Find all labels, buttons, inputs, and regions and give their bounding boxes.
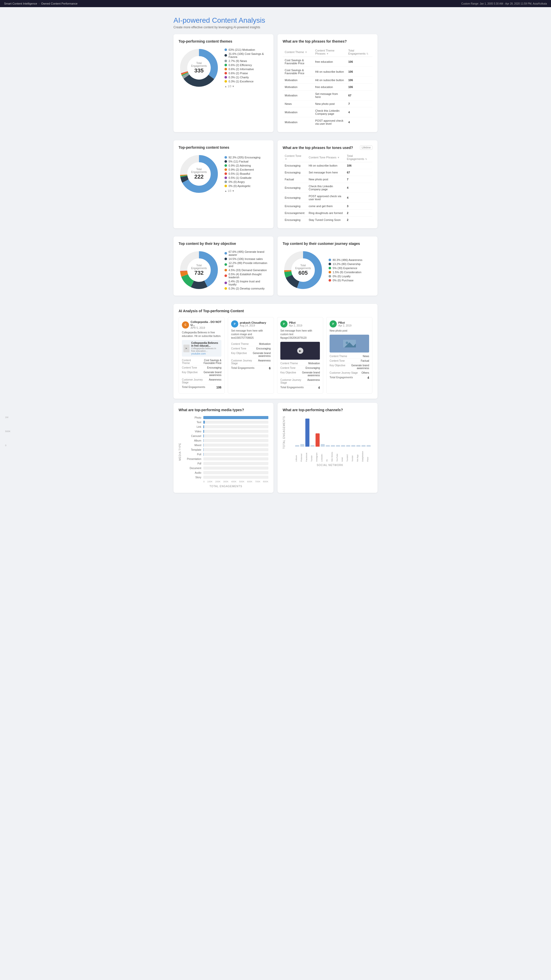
play-button[interactable]: ▶ xyxy=(297,348,303,354)
tone-phrase-cell: New photo post xyxy=(307,176,345,183)
media-bar-row: Mixed xyxy=(183,444,268,447)
bar-fill xyxy=(203,416,268,419)
tone-eng-cell: 3 xyxy=(345,203,373,210)
journey-total-label: Total Engagements xyxy=(293,264,313,270)
journey-legend-1: 13.2% (80) Ownership xyxy=(328,262,363,266)
link-title: Collegepedia Believes in free educati... xyxy=(191,342,220,347)
meta-label-obj: Key Objective xyxy=(231,352,247,357)
author-name: PBot xyxy=(338,321,352,324)
meta-objective: Key ObjectiveGenerate brand awareness xyxy=(182,370,221,377)
meta-value-journey: Awareness xyxy=(307,379,320,384)
meta-objective: Key ObjectiveGenerate brand awareness xyxy=(231,351,271,358)
meta-value-eng: 4 xyxy=(367,376,369,380)
tone-phrase-cell: come and get them xyxy=(307,203,345,210)
eng-cell: 4 xyxy=(346,107,373,117)
ai-analysis-section: AI Analysis of Top-performing Content C … xyxy=(174,304,377,399)
link-url: youtube.com xyxy=(191,352,220,355)
legend-item-5: 0.6% (2) Praise xyxy=(225,72,268,75)
tone-text-6: 0% (0) Angry xyxy=(229,180,245,183)
legend-text-1: 31.6% (106) Cost Savings & Favora xyxy=(229,52,268,59)
media-bar-row: Photo xyxy=(183,416,268,419)
meta-label-eng: Total Engagements xyxy=(280,386,304,390)
journey-legend: 80.3% (486) Awareness 13.2% (80) Ownersh… xyxy=(328,258,363,282)
bar-label: Carousel xyxy=(183,435,201,438)
meta-journey: Customer Journey StageAwareness xyxy=(231,358,271,366)
col-header-eng[interactable]: Total Engagements ⇅ xyxy=(346,48,373,57)
theme-cell: Motivation xyxy=(283,107,313,117)
legend-dot-1 xyxy=(225,54,227,57)
tone-eng-cell: 67 xyxy=(345,169,373,176)
tone-eng-cell: 2 xyxy=(345,210,373,216)
table-row: MotivationPOST approved check via user l… xyxy=(283,117,373,127)
meta-theme: Content ThemeMotivation xyxy=(280,361,320,366)
phrase-cell: POST approved check via user level xyxy=(313,117,346,127)
channel-bar-col xyxy=(300,444,304,447)
bar-track xyxy=(203,434,268,438)
legend-item-1: 31.6% (106) Cost Savings & Favora xyxy=(225,52,268,59)
col-header-theme[interactable]: Content Theme ▼ xyxy=(283,48,313,57)
tone-legend-4: 0.5% (1) Boastful xyxy=(225,172,260,175)
journey-legend-2: 5% (30) Experience xyxy=(328,267,363,270)
journey-chart-section: Total Engagements 605 80.3% (486) Awaren… xyxy=(283,250,373,291)
post-description: Collegepedia Believes in free education.… xyxy=(182,331,221,338)
date-range: Custom Range: Jan 1, 2005 5:30 AM - Apr … xyxy=(461,2,547,5)
legend-text-5: 0.6% (2) Praise xyxy=(229,72,248,75)
bar-label: Template xyxy=(183,449,201,451)
bar-track xyxy=(203,453,268,456)
phrase-cell: Check this Linkedin Company page xyxy=(313,107,346,117)
eng-cell: 67 xyxy=(346,91,373,100)
channel-bar xyxy=(300,444,304,447)
top-tone-phrases-title: What are the top phrases for tones used? xyxy=(283,146,353,150)
media-bar-row: Link xyxy=(183,425,268,428)
tones-chart-section: Total Engagements 222 92.3% (205) Encour… xyxy=(178,154,268,194)
tone-text-1: 5% (11) Factual xyxy=(229,160,248,163)
tone-phrases-table: Content Tone ▼ Content Tone Phrases ▼ To… xyxy=(283,153,373,223)
channel-bar-col xyxy=(341,445,345,447)
tones-legend-more[interactable]: ▲ 1/3 ▼ xyxy=(225,189,260,192)
obj-text-3: 4.5% (33) Demand Generation xyxy=(229,269,267,272)
card-meta: Content ThemeMotivation Content ToneEnco… xyxy=(280,361,320,390)
obj-dot-3 xyxy=(225,269,227,271)
eng-cell: 106 xyxy=(346,84,373,91)
meta-journey: Customer Journey StageAwareness xyxy=(280,378,320,385)
col-header-tone-phrase[interactable]: Content Tone Phrases ▼ xyxy=(307,153,345,162)
content-card: C Collegepedia - DO NOT U... APR 5, 2019… xyxy=(178,317,225,394)
bar-track xyxy=(203,416,268,419)
journey-dot-1 xyxy=(328,263,331,265)
tone-text-0: 92.3% (205) Encouraging xyxy=(229,156,260,159)
tone-eng-cell: 4 xyxy=(345,193,373,203)
lifetime-badge[interactable]: Lifetime xyxy=(360,145,373,150)
media-bar-row: Video xyxy=(183,430,268,433)
channel-label: Instagram xyxy=(315,448,320,462)
post-date: Apr 2, 2019 xyxy=(289,324,302,327)
channel-bar-col xyxy=(331,445,335,447)
channel-chart-inner: 1M500K0 LithiumPinterestFacebookTumblrIn… xyxy=(288,416,373,466)
channel-label: Flickr xyxy=(366,448,371,462)
top-media-card: What are top-performing media types? MED… xyxy=(174,403,274,493)
theme-cell: Cost Savings & Favorable Price xyxy=(283,57,313,67)
obj-text-4: 0.5% (4) Establish thought leadersh xyxy=(229,273,268,279)
channel-bars-row: 1M500K0 xyxy=(288,416,373,447)
top-objectives-title: Top content by their key objective xyxy=(178,242,268,246)
legend-text-4: 0.6% (2) Informative xyxy=(229,68,254,71)
bar-track xyxy=(203,421,268,424)
channel-bar-col xyxy=(326,445,330,447)
meta-theme: Content ThemeCost Savings & Favorable Pr… xyxy=(182,358,221,366)
breadcrumb[interactable]: Owned Content Performance xyxy=(41,2,77,5)
media-bar-row: Carousel xyxy=(183,434,268,438)
themes-legend-more[interactable]: ▲ 1/3 ▼ xyxy=(225,85,268,88)
row-media-channels: What are top-performing media types? MED… xyxy=(174,403,377,497)
journey-total-value: 605 xyxy=(293,270,313,276)
top-channels-card: What are top-performing channels? TOTAL … xyxy=(277,403,377,493)
row-themes: Top-performing content themes xyxy=(174,34,377,136)
obj-text-2: 12.2% (89) Provide information and xyxy=(229,261,268,267)
top-theme-phrases-card: What are the top phrases for themes? Con… xyxy=(277,34,377,132)
bar-track xyxy=(203,444,268,447)
col-header-tone[interactable]: Content Tone ▼ xyxy=(283,153,307,162)
col-header-tone-eng[interactable]: Total Engagements ⇅ xyxy=(345,153,373,162)
channel-label: Nxt App xyxy=(357,448,360,462)
tone-cell: Encouraging xyxy=(283,162,307,169)
col-header-phrase[interactable]: Content Theme Phrases ▼ xyxy=(313,48,346,57)
obj-dot-0 xyxy=(225,252,227,255)
phrase-cell: Hit on subscribe button xyxy=(313,67,346,77)
